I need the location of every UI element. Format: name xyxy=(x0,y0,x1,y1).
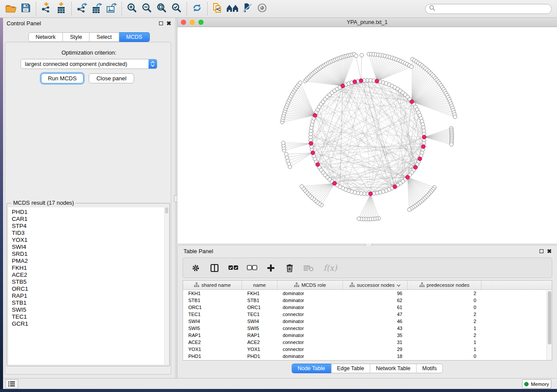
mcds-result-list[interactable]: PHD1CAR1STP4TID3YOX1SWI4SRD1PMA2FKH1ACE2… xyxy=(8,207,164,364)
save-session-button[interactable] xyxy=(18,1,33,16)
zoom-in-button[interactable] xyxy=(125,1,139,16)
mcds-result-item[interactable]: SWI4 xyxy=(12,244,164,251)
cell-successor-nodes: 61 xyxy=(343,304,408,311)
run-mcds-button[interactable]: Run MCDS xyxy=(41,73,83,83)
mcds-result-item[interactable]: YOX1 xyxy=(12,237,164,244)
cell-successor-nodes: 35 xyxy=(343,332,408,339)
select-all-button[interactable] xyxy=(228,262,239,274)
table-row[interactable]: STB1STB1dominator620 xyxy=(183,297,552,304)
mcds-result-item[interactable]: SRD1 xyxy=(12,251,164,258)
table-row[interactable]: TEC1TEC1connector472 xyxy=(183,311,552,318)
scrollbar-thumb[interactable] xyxy=(548,291,551,344)
mcds-result-item[interactable]: SWI5 xyxy=(12,306,164,313)
table-row[interactable]: SWI4SWI4dominator462 xyxy=(183,318,552,325)
mcds-result-item[interactable]: STB1 xyxy=(12,299,164,306)
column-header-successor-nodes[interactable]: successor nodes xyxy=(343,281,408,289)
export-image-button[interactable] xyxy=(104,1,119,16)
control-panel: Control Panel ✖ NetworkStyleSelectMCDS O… xyxy=(3,18,175,378)
close-panel-icon[interactable]: ✖ xyxy=(166,21,171,25)
column-header-shared-name[interactable]: shared name xyxy=(183,281,242,289)
task-history-button[interactable] xyxy=(5,379,18,389)
float-panel-icon[interactable] xyxy=(540,249,543,253)
tab-style[interactable]: Style xyxy=(63,32,90,42)
find-button[interactable] xyxy=(225,1,240,16)
mcds-result-item[interactable]: TID3 xyxy=(12,230,164,237)
zoom-out-button[interactable] xyxy=(139,1,154,16)
table-row[interactable]: RAP1RAP1dominator352 xyxy=(183,332,552,339)
column-label: shared name xyxy=(201,282,231,288)
mcds-list-scrollbar[interactable] xyxy=(164,207,168,364)
export-network-button[interactable] xyxy=(74,1,89,16)
cell-MCDS-role: dominator xyxy=(277,318,343,325)
table-row[interactable]: SWI5SWI5connector431 xyxy=(183,325,552,332)
search-box[interactable] xyxy=(425,4,552,14)
table-toolbar: f(x) xyxy=(183,258,552,278)
export-table-button[interactable] xyxy=(89,1,104,16)
tab-edge-table[interactable]: Edge Table xyxy=(331,364,370,373)
network-window-titlebar[interactable]: YPA_prune.txt_1 xyxy=(177,18,557,27)
table-row[interactable]: ACE2ACE2connector311 xyxy=(183,339,552,346)
zoom-fit-icon xyxy=(156,3,167,15)
mcds-result-item[interactable]: GCR1 xyxy=(12,320,164,327)
tab-network[interactable]: Network xyxy=(28,32,63,42)
import-table-button[interactable] xyxy=(54,1,69,16)
criterion-dropdown-value: largest connected component (undirected) xyxy=(21,61,149,67)
mcds-result-item[interactable]: PMA2 xyxy=(12,258,164,265)
network-canvas[interactable] xyxy=(177,27,557,244)
column-layout-button[interactable] xyxy=(209,262,220,274)
table-scrollbar[interactable] xyxy=(547,290,552,360)
mcds-result-item[interactable]: TEC1 xyxy=(12,313,164,320)
cell-predecessor-nodes: 2 xyxy=(408,311,481,318)
tab-select[interactable]: Select xyxy=(90,32,119,42)
desktop-wallpaper-bottom xyxy=(0,389,557,392)
tab-node-table[interactable]: Node Table xyxy=(291,364,331,373)
apply-layout-button[interactable] xyxy=(190,1,204,16)
clone-network-button[interactable] xyxy=(210,1,225,16)
function-builder-button[interactable]: f(x) xyxy=(322,262,339,274)
float-panel-icon[interactable] xyxy=(159,21,163,25)
search-input[interactable] xyxy=(436,6,551,12)
tab-mcds[interactable]: MCDS xyxy=(119,32,150,42)
cell-successor-nodes: 29 xyxy=(343,346,408,353)
table-row[interactable]: YOX1YOX1connector291 xyxy=(183,346,552,353)
table-settings-button[interactable] xyxy=(190,262,201,274)
mcds-result-item[interactable]: FKH1 xyxy=(12,265,164,272)
zoom-fit-button[interactable] xyxy=(154,1,169,16)
close-panel-icon[interactable]: ✖ xyxy=(547,249,552,253)
deselect-all-button[interactable] xyxy=(246,262,258,274)
import-table-icon xyxy=(55,2,67,15)
tab-motifs[interactable]: Motifs xyxy=(416,364,443,373)
mcds-result-item[interactable]: ACE2 xyxy=(12,272,164,279)
zoom-selected-button[interactable] xyxy=(169,1,184,16)
cell-predecessor-nodes: 2 xyxy=(408,318,481,325)
delete-table-button[interactable] xyxy=(303,262,314,274)
sitemap-icon xyxy=(419,282,425,288)
column-header-name[interactable]: name xyxy=(242,281,277,289)
mcds-result-item[interactable]: ORC1 xyxy=(12,285,164,292)
mcds-result-item[interactable]: STB5 xyxy=(12,279,164,285)
open-file-button[interactable] xyxy=(3,1,18,16)
table-row[interactable]: PHD1PHD1dominator180 xyxy=(183,353,552,360)
show-details-button[interactable] xyxy=(255,1,270,16)
delete-column-button[interactable] xyxy=(284,262,295,274)
cell-shared-name: ORC1 xyxy=(183,304,242,311)
node-table-body: FKH1FKH1dominator962STB1STB1dominator620… xyxy=(183,290,552,360)
mcds-result-item[interactable]: PHD1 xyxy=(12,209,164,216)
table-row[interactable]: ORC1ORC1dominator610 xyxy=(183,304,552,311)
column-header-predecessor-nodes[interactable]: predecessor nodes xyxy=(408,281,481,289)
mcds-result-item[interactable]: CAR1 xyxy=(12,216,164,223)
memory-status-icon xyxy=(524,382,529,386)
mcds-result-item[interactable]: STP4 xyxy=(12,223,164,230)
memory-button[interactable]: Memory xyxy=(522,379,551,389)
close-panel-button[interactable]: Close panel xyxy=(89,73,134,83)
table-row[interactable]: FKH1FKH1dominator962 xyxy=(183,290,552,297)
import-network-button[interactable] xyxy=(39,1,54,16)
network-view-window: YPA_prune.txt_1 xyxy=(177,18,557,244)
column-header-MCDS-role[interactable]: MCDS role xyxy=(277,281,343,289)
tab-network-table[interactable]: Network Table xyxy=(370,364,417,373)
criterion-dropdown[interactable]: largest connected component (undirected) xyxy=(21,59,157,69)
hide-details-button[interactable] xyxy=(240,1,255,16)
mcds-result-item[interactable]: RAP1 xyxy=(12,292,164,299)
scrollbar-thumb[interactable] xyxy=(165,207,168,213)
add-column-button[interactable] xyxy=(265,262,277,274)
